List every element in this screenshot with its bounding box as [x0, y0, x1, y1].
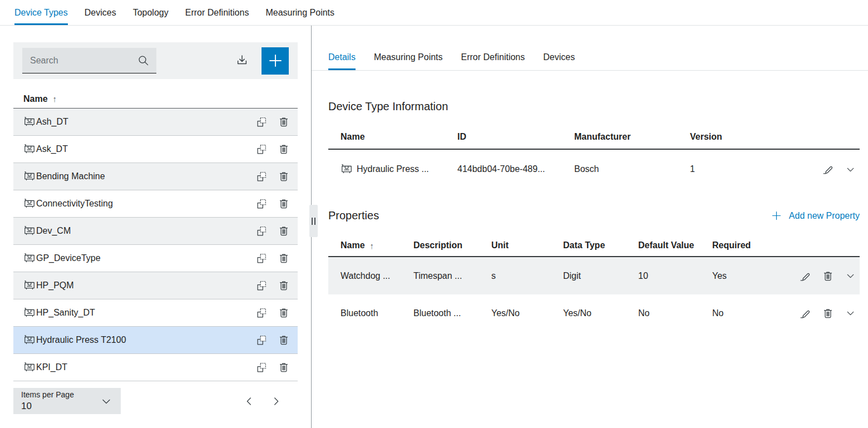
nav-item-devices[interactable]: Devices — [85, 0, 116, 25]
column-header-description: Description — [413, 222, 491, 256]
trash-icon — [278, 252, 290, 264]
tab-measuring-points[interactable]: Measuring Points — [374, 52, 443, 70]
device-type-icon — [23, 361, 36, 373]
download-button[interactable] — [235, 53, 249, 68]
chevron-down-icon — [845, 307, 856, 319]
device-info-id: 414bdb04-70be-489... — [457, 164, 574, 174]
list-item-device-type-selected[interactable]: Hydraulic Press T2100 — [13, 327, 298, 354]
property-row: Watchdog ... Timespan ... s Digit 10 Yes — [328, 257, 860, 294]
delete-button[interactable] — [278, 252, 290, 264]
duplicate-button[interactable] — [255, 116, 268, 128]
device-info-name: Hydraulic Press ... — [357, 164, 429, 174]
nav-item-measuring-points[interactable]: Measuring Points — [265, 0, 334, 25]
delete-button[interactable] — [278, 279, 290, 292]
trash-icon — [278, 334, 290, 346]
duplicate-button[interactable] — [255, 279, 268, 292]
property-description: Timespan ... — [413, 271, 491, 281]
nav-item-error-definitions[interactable]: Error Definitions — [185, 0, 249, 25]
add-new-property-button[interactable]: Add new Property — [771, 210, 860, 222]
column-header-name: Name — [341, 113, 457, 149]
list-toolbar — [13, 42, 298, 79]
trash-icon — [278, 225, 290, 237]
device-type-icon — [23, 116, 36, 128]
duplicate-button[interactable] — [255, 252, 268, 264]
list-item-device-type[interactable]: ConnectivityTesting — [13, 190, 298, 218]
search-icon[interactable] — [137, 54, 150, 67]
copy-icon — [255, 334, 268, 346]
column-header-name-sort[interactable]: Name ↑ — [341, 222, 413, 256]
copy-icon — [255, 279, 268, 292]
tab-devices[interactable]: Devices — [543, 52, 575, 70]
list-item-device-type[interactable]: Ash_DT — [13, 109, 298, 136]
duplicate-button[interactable] — [255, 225, 268, 237]
delete-button[interactable] — [278, 170, 290, 183]
duplicate-button[interactable] — [255, 170, 268, 183]
edit-device-type-button[interactable] — [822, 163, 834, 175]
device-type-icon — [341, 163, 353, 175]
device-info-manufacturer: Bosch — [574, 164, 690, 174]
pencil-icon — [822, 163, 834, 175]
expand-device-info-button[interactable] — [845, 164, 856, 175]
previous-page-button[interactable] — [243, 395, 255, 407]
duplicate-button[interactable] — [255, 307, 268, 319]
delete-button[interactable] — [278, 334, 290, 346]
list-sort-header-name[interactable]: Name ↑ — [13, 90, 298, 109]
chevron-down-icon — [100, 395, 113, 408]
search-input[interactable] — [29, 55, 137, 66]
edit-property-button[interactable] — [799, 307, 811, 319]
list-item-device-type[interactable]: KPI_DT — [13, 354, 298, 381]
device-type-icon — [23, 170, 36, 183]
device-type-name: Ash_DT — [36, 117, 255, 127]
top-navigation: Device Types Devices Topology Error Defi… — [0, 0, 868, 26]
delete-button[interactable] — [278, 225, 290, 237]
trash-icon — [278, 170, 290, 183]
delete-button[interactable] — [278, 307, 290, 319]
device-type-name: Ask_DT — [36, 144, 255, 154]
column-header-unit: Unit — [491, 222, 563, 256]
device-type-icon — [23, 198, 36, 210]
delete-button[interactable] — [278, 116, 290, 128]
duplicate-button[interactable] — [255, 361, 268, 373]
delete-property-button[interactable] — [822, 270, 834, 282]
property-row: Bluetooth Bluetooth ... Yes/No Yes/No No… — [328, 294, 860, 332]
expand-property-button[interactable] — [845, 270, 856, 282]
delete-button[interactable] — [278, 143, 290, 155]
add-device-type-button[interactable] — [262, 47, 289, 75]
device-type-name: HP_PQM — [36, 281, 255, 291]
duplicate-button[interactable] — [255, 143, 268, 155]
delete-button[interactable] — [278, 361, 290, 373]
delete-button[interactable] — [278, 198, 290, 210]
device-info-table-header: Name ID Manufacturer Version — [328, 113, 860, 150]
plus-icon — [771, 210, 782, 222]
duplicate-button[interactable] — [255, 198, 268, 210]
trash-icon — [278, 361, 290, 373]
property-unit: s — [491, 271, 563, 281]
device-type-list: Ash_DT Ask_DT Bending Machine — [13, 109, 298, 381]
duplicate-button[interactable] — [255, 334, 268, 346]
trash-icon — [278, 116, 290, 128]
panel-resize-handle[interactable] — [309, 205, 318, 237]
items-per-page-select[interactable]: Items per Page 10 — [13, 388, 121, 414]
edit-property-button[interactable] — [799, 270, 811, 282]
next-page-button[interactable] — [270, 395, 282, 407]
property-required: No — [712, 308, 793, 318]
expand-property-button[interactable] — [845, 307, 856, 319]
list-item-device-type[interactable]: HP_PQM — [13, 272, 298, 299]
list-item-device-type[interactable]: HP_Sanity_DT — [13, 299, 298, 327]
property-name: Bluetooth — [341, 308, 413, 318]
list-item-device-type[interactable]: Bending Machine — [13, 163, 298, 190]
list-item-device-type[interactable]: GP_DeviceType — [13, 245, 298, 272]
tab-details[interactable]: Details — [328, 52, 356, 70]
nav-item-topology[interactable]: Topology — [133, 0, 169, 25]
device-type-icon — [23, 334, 36, 346]
device-types-list-panel: Name ↑ Ash_DT Ask_DT — [0, 26, 312, 428]
list-item-device-type[interactable]: Ask_DT — [13, 136, 298, 163]
chevron-down-icon — [845, 270, 856, 282]
nav-item-device-types[interactable]: Device Types — [14, 0, 68, 25]
search-box[interactable] — [22, 48, 156, 73]
list-item-device-type[interactable]: Dev_CM — [13, 218, 298, 245]
device-type-name: GP_DeviceType — [36, 253, 255, 263]
delete-property-button[interactable] — [822, 307, 834, 319]
tab-error-definitions[interactable]: Error Definitions — [461, 52, 525, 70]
device-type-name: HP_Sanity_DT — [36, 308, 255, 318]
